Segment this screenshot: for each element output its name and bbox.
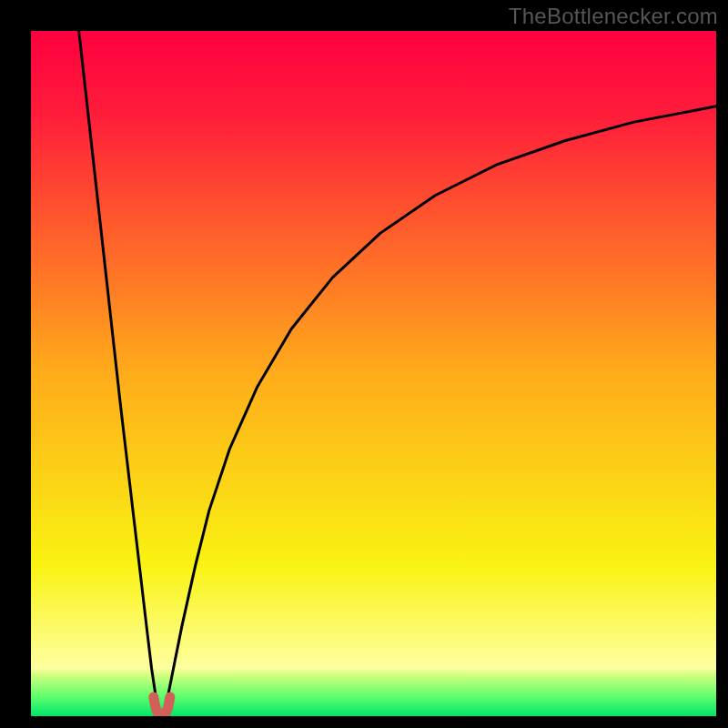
attribution-text: TheBottlenecker.com [509,4,718,29]
plot-frame [31,31,716,716]
